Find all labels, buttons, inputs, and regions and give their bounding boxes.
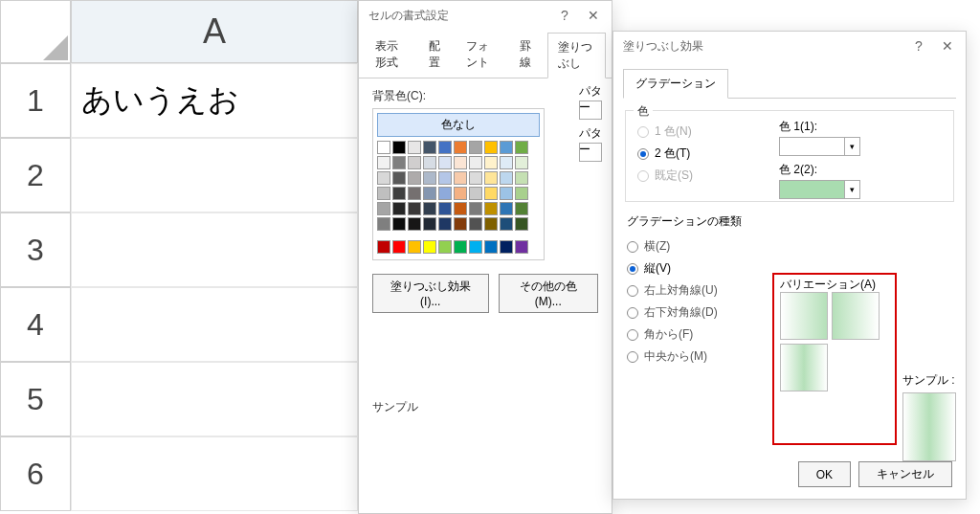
color-swatch[interactable] [515,141,528,154]
color-swatch[interactable] [515,156,528,169]
cell-a4[interactable] [71,287,358,362]
color-swatch[interactable] [484,240,498,254]
row-header-4[interactable]: 4 [0,287,71,362]
color-swatch[interactable] [438,187,452,200]
cell-a2[interactable] [71,138,358,212]
color2-dropdown[interactable]: ▾ [779,180,860,199]
color-swatch[interactable] [484,141,498,154]
color-swatch[interactable] [423,156,436,169]
color-swatch[interactable] [500,141,513,154]
color-swatch[interactable] [408,187,421,200]
color-swatch[interactable] [515,187,528,200]
color-swatch[interactable] [454,141,467,154]
color-swatch[interactable] [484,217,498,231]
row-header-5[interactable]: 5 [0,362,71,436]
select-all-triangle[interactable] [0,0,71,63]
color-swatch[interactable] [423,217,436,231]
color-swatch[interactable] [500,156,513,169]
color-swatch[interactable] [408,141,421,154]
color-swatch[interactable] [392,240,406,254]
color-swatch[interactable] [408,240,421,254]
color-swatch[interactable] [438,217,452,231]
pattern-color-dropdown[interactable] [579,101,602,120]
help-button[interactable]: ? [906,35,931,56]
cell-a1[interactable]: あいうえお [71,63,358,138]
color-swatch[interactable] [377,141,390,154]
color-swatch[interactable] [500,171,513,185]
help-button[interactable]: ? [552,5,577,26]
close-icon[interactable]: ✕ [581,5,606,26]
color-swatch[interactable] [469,156,482,169]
color-swatch[interactable] [454,202,467,215]
color-swatch[interactable] [392,202,406,215]
color-swatch[interactable] [408,217,421,231]
color-swatch[interactable] [392,156,406,169]
radio-gradient-type[interactable]: 横(Z) [627,235,952,257]
color-swatch[interactable] [438,202,452,215]
variation-1[interactable] [780,292,828,340]
color-swatch[interactable] [469,240,482,254]
tab-fill[interactable]: 塗りつぶし [547,33,606,78]
color-swatch[interactable] [392,217,406,231]
close-icon[interactable]: ✕ [935,35,960,56]
color-swatch[interactable] [423,240,436,254]
color-swatch[interactable] [500,217,513,231]
color-swatch[interactable] [500,202,513,215]
color-swatch[interactable] [515,171,528,185]
color-swatch[interactable] [377,217,390,231]
color-swatch[interactable] [484,156,498,169]
tab-number[interactable]: 表示形式 [365,32,416,78]
row-header-6[interactable]: 6 [0,436,71,511]
color-swatch[interactable] [408,171,421,185]
row-header-3[interactable]: 3 [0,212,71,287]
cell-a5[interactable] [71,362,358,436]
tab-gradient[interactable]: グラデーション [623,69,728,99]
column-header-a[interactable]: A [71,0,358,63]
color-swatch[interactable] [500,187,513,200]
color-swatch[interactable] [438,240,452,254]
color-swatch[interactable] [377,171,390,185]
no-color-button[interactable]: 色なし [377,113,540,137]
color-swatch[interactable] [423,141,436,154]
color-swatch[interactable] [500,240,513,254]
color-swatch[interactable] [423,171,436,185]
color-swatch[interactable] [515,240,528,254]
color-swatch[interactable] [454,156,467,169]
more-colors-button[interactable]: その他の色(M)... [499,274,598,313]
fill-effects-button[interactable]: 塗りつぶし効果(I)... [372,274,489,313]
color-swatch[interactable] [469,187,482,200]
color-swatch[interactable] [392,171,406,185]
tab-border[interactable]: 罫線 [509,32,546,78]
color-swatch[interactable] [454,171,467,185]
color-swatch[interactable] [392,141,406,154]
color-swatch[interactable] [484,187,498,200]
color-swatch[interactable] [454,240,467,254]
tab-font[interactable]: フォント [456,32,507,78]
color-swatch[interactable] [377,156,390,169]
cancel-button[interactable]: キャンセル [858,461,952,487]
color-swatch[interactable] [515,202,528,215]
color-swatch[interactable] [469,217,482,231]
color-swatch[interactable] [484,202,498,215]
ok-button[interactable]: OK [798,461,851,487]
row-header-1[interactable]: 1 [0,63,71,138]
color-swatch[interactable] [438,171,452,185]
color-swatch[interactable] [515,217,528,231]
color-swatch[interactable] [438,156,452,169]
color-swatch[interactable] [377,202,390,215]
variation-2[interactable] [832,292,880,340]
row-header-2[interactable]: 2 [0,138,71,212]
color-swatch[interactable] [392,187,406,200]
variation-3[interactable] [780,344,828,391]
color-swatch[interactable] [454,187,467,200]
color-swatch[interactable] [408,156,421,169]
color-swatch[interactable] [469,202,482,215]
color1-dropdown[interactable]: ▾ [779,137,860,156]
color-swatch[interactable] [377,240,390,254]
color-swatch[interactable] [423,202,436,215]
color-swatch[interactable] [408,202,421,215]
color-swatch[interactable] [438,141,452,154]
tab-align[interactable]: 配置 [418,32,455,78]
color-swatch[interactable] [484,171,498,185]
color-swatch[interactable] [469,141,482,154]
